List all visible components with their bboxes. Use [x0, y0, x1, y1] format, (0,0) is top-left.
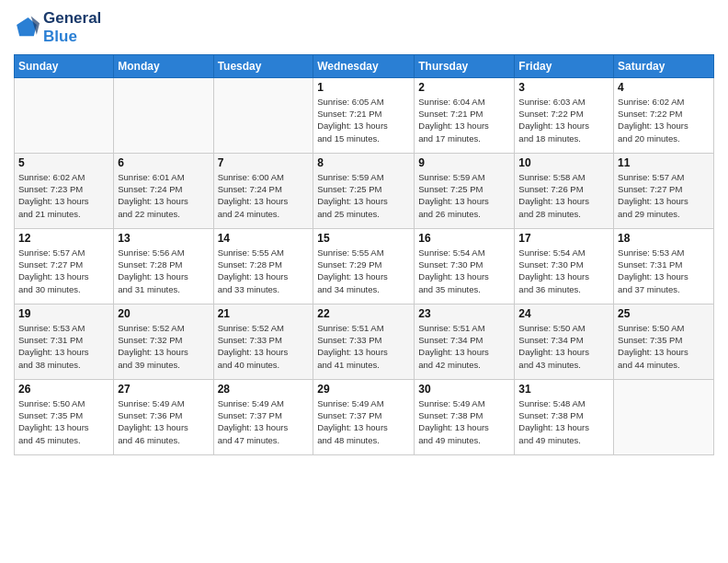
day-number: 10 [518, 156, 609, 169]
day-info: Sunrise: 5:51 AMSunset: 7:34 PMDaylight:… [418, 322, 510, 371]
day-number: 15 [317, 232, 410, 245]
day-number: 13 [118, 232, 209, 245]
day-info: Sunrise: 5:50 AMSunset: 7:34 PMDaylight:… [518, 322, 609, 371]
calendar-cell [114, 77, 213, 153]
day-info: Sunrise: 5:48 AMSunset: 7:38 PMDaylight:… [518, 397, 609, 446]
calendar-cell: 4Sunrise: 6:02 AMSunset: 7:22 PMDaylight… [614, 77, 714, 153]
day-info: Sunrise: 6:01 AMSunset: 7:24 PMDaylight:… [118, 171, 209, 220]
calendar-cell: 31Sunrise: 5:48 AMSunset: 7:38 PMDayligh… [515, 379, 614, 454]
day-number: 18 [618, 232, 710, 245]
day-header-wednesday: Wednesday [313, 54, 415, 77]
day-number: 14 [218, 232, 310, 245]
day-info: Sunrise: 5:49 AMSunset: 7:36 PMDaylight:… [118, 397, 209, 446]
day-info: Sunrise: 5:49 AMSunset: 7:37 PMDaylight:… [317, 397, 410, 446]
calendar-cell: 9Sunrise: 5:59 AMSunset: 7:25 PMDaylight… [415, 153, 515, 228]
calendar-cell: 11Sunrise: 5:57 AMSunset: 7:27 PMDayligh… [614, 153, 714, 228]
calendar-cell: 3Sunrise: 6:03 AMSunset: 7:22 PMDaylight… [515, 77, 614, 153]
day-info: Sunrise: 6:05 AMSunset: 7:21 PMDaylight:… [317, 96, 410, 144]
calendar-cell: 18Sunrise: 5:53 AMSunset: 7:31 PMDayligh… [614, 228, 714, 304]
day-number: 8 [317, 156, 410, 169]
calendar-cell: 29Sunrise: 5:49 AMSunset: 7:37 PMDayligh… [313, 379, 415, 454]
calendar-cell: 25Sunrise: 5:50 AMSunset: 7:35 PMDayligh… [614, 304, 714, 379]
day-number: 3 [518, 81, 609, 94]
day-info: Sunrise: 5:53 AMSunset: 7:31 PMDaylight:… [18, 322, 109, 371]
calendar-page: General Blue SundayMondayTuesdayWednesda… [0, 0, 728, 563]
day-info: Sunrise: 5:49 AMSunset: 7:38 PMDaylight:… [418, 397, 510, 446]
day-info: Sunrise: 5:58 AMSunset: 7:26 PMDaylight:… [518, 171, 609, 220]
calendar-cell: 17Sunrise: 5:54 AMSunset: 7:30 PMDayligh… [515, 228, 614, 304]
calendar-cell: 5Sunrise: 6:02 AMSunset: 7:23 PMDaylight… [15, 153, 114, 228]
day-number: 2 [418, 81, 510, 94]
day-info: Sunrise: 5:55 AMSunset: 7:29 PMDaylight:… [317, 247, 410, 295]
calendar-cell: 2Sunrise: 6:04 AMSunset: 7:21 PMDaylight… [415, 77, 515, 153]
calendar-cell: 28Sunrise: 5:49 AMSunset: 7:37 PMDayligh… [213, 379, 313, 454]
day-info: Sunrise: 6:02 AMSunset: 7:22 PMDaylight:… [618, 96, 710, 144]
day-info: Sunrise: 5:52 AMSunset: 7:32 PMDaylight:… [118, 322, 209, 371]
day-info: Sunrise: 6:02 AMSunset: 7:23 PMDaylight:… [18, 171, 109, 220]
day-info: Sunrise: 5:56 AMSunset: 7:28 PMDaylight:… [118, 247, 209, 295]
day-number: 22 [317, 307, 410, 320]
day-header-tuesday: Tuesday [213, 54, 313, 77]
day-header-saturday: Saturday [614, 54, 714, 77]
calendar-week-row: 26Sunrise: 5:50 AMSunset: 7:35 PMDayligh… [15, 379, 714, 454]
days-header-row: SundayMondayTuesdayWednesdayThursdayFrid… [15, 54, 714, 77]
day-number: 30 [418, 383, 510, 396]
logo-text: General Blue [43, 9, 101, 47]
calendar-cell: 26Sunrise: 5:50 AMSunset: 7:35 PMDayligh… [15, 379, 114, 454]
calendar-cell: 27Sunrise: 5:49 AMSunset: 7:36 PMDayligh… [114, 379, 213, 454]
calendar-cell [15, 77, 114, 153]
day-info: Sunrise: 6:03 AMSunset: 7:22 PMDaylight:… [518, 96, 609, 144]
day-number: 23 [418, 307, 510, 320]
day-info: Sunrise: 5:52 AMSunset: 7:33 PMDaylight:… [218, 322, 310, 371]
calendar-cell: 14Sunrise: 5:55 AMSunset: 7:28 PMDayligh… [213, 228, 313, 304]
calendar-cell: 22Sunrise: 5:51 AMSunset: 7:33 PMDayligh… [313, 304, 415, 379]
day-info: Sunrise: 5:59 AMSunset: 7:25 PMDaylight:… [317, 171, 410, 220]
day-info: Sunrise: 6:04 AMSunset: 7:21 PMDaylight:… [418, 96, 510, 144]
day-info: Sunrise: 5:49 AMSunset: 7:37 PMDaylight:… [218, 397, 310, 446]
calendar-cell: 19Sunrise: 5:53 AMSunset: 7:31 PMDayligh… [15, 304, 114, 379]
day-number: 29 [317, 383, 410, 396]
calendar-cell: 20Sunrise: 5:52 AMSunset: 7:32 PMDayligh… [114, 304, 213, 379]
calendar-week-row: 1Sunrise: 6:05 AMSunset: 7:21 PMDaylight… [15, 77, 714, 153]
day-number: 6 [118, 156, 209, 169]
day-number: 4 [618, 81, 710, 94]
day-number: 26 [18, 383, 109, 396]
calendar-cell: 12Sunrise: 5:57 AMSunset: 7:27 PMDayligh… [15, 228, 114, 304]
day-number: 7 [218, 156, 310, 169]
day-number: 11 [618, 156, 710, 169]
day-info: Sunrise: 5:57 AMSunset: 7:27 PMDaylight:… [618, 171, 710, 220]
day-header-monday: Monday [114, 54, 213, 77]
logo-icon [14, 15, 40, 40]
day-info: Sunrise: 6:00 AMSunset: 7:24 PMDaylight:… [218, 171, 310, 220]
day-number: 21 [218, 307, 310, 320]
calendar-cell: 24Sunrise: 5:50 AMSunset: 7:34 PMDayligh… [515, 304, 614, 379]
calendar-cell: 13Sunrise: 5:56 AMSunset: 7:28 PMDayligh… [114, 228, 213, 304]
day-number: 16 [418, 232, 510, 245]
day-number: 1 [317, 81, 410, 94]
day-number: 12 [18, 232, 109, 245]
day-header-friday: Friday [515, 54, 614, 77]
calendar-cell: 6Sunrise: 6:01 AMSunset: 7:24 PMDaylight… [114, 153, 213, 228]
day-number: 27 [118, 383, 209, 396]
day-header-thursday: Thursday [415, 54, 515, 77]
calendar-cell: 1Sunrise: 6:05 AMSunset: 7:21 PMDaylight… [313, 77, 415, 153]
calendar-week-row: 12Sunrise: 5:57 AMSunset: 7:27 PMDayligh… [15, 228, 714, 304]
calendar-week-row: 5Sunrise: 6:02 AMSunset: 7:23 PMDaylight… [15, 153, 714, 228]
day-info: Sunrise: 5:57 AMSunset: 7:27 PMDaylight:… [18, 247, 109, 295]
calendar-cell: 15Sunrise: 5:55 AMSunset: 7:29 PMDayligh… [313, 228, 415, 304]
day-info: Sunrise: 5:51 AMSunset: 7:33 PMDaylight:… [317, 322, 410, 371]
calendar-cell [213, 77, 313, 153]
calendar-cell: 10Sunrise: 5:58 AMSunset: 7:26 PMDayligh… [515, 153, 614, 228]
day-number: 20 [118, 307, 209, 320]
day-info: Sunrise: 5:54 AMSunset: 7:30 PMDaylight:… [518, 247, 609, 295]
calendar-cell: 21Sunrise: 5:52 AMSunset: 7:33 PMDayligh… [213, 304, 313, 379]
day-number: 19 [18, 307, 109, 320]
calendar-cell: 23Sunrise: 5:51 AMSunset: 7:34 PMDayligh… [415, 304, 515, 379]
day-number: 28 [218, 383, 310, 396]
day-number: 24 [518, 307, 609, 320]
calendar-cell: 16Sunrise: 5:54 AMSunset: 7:30 PMDayligh… [415, 228, 515, 304]
day-number: 31 [518, 383, 609, 396]
day-number: 17 [518, 232, 609, 245]
calendar-week-row: 19Sunrise: 5:53 AMSunset: 7:31 PMDayligh… [15, 304, 714, 379]
logo: General Blue [14, 9, 101, 47]
